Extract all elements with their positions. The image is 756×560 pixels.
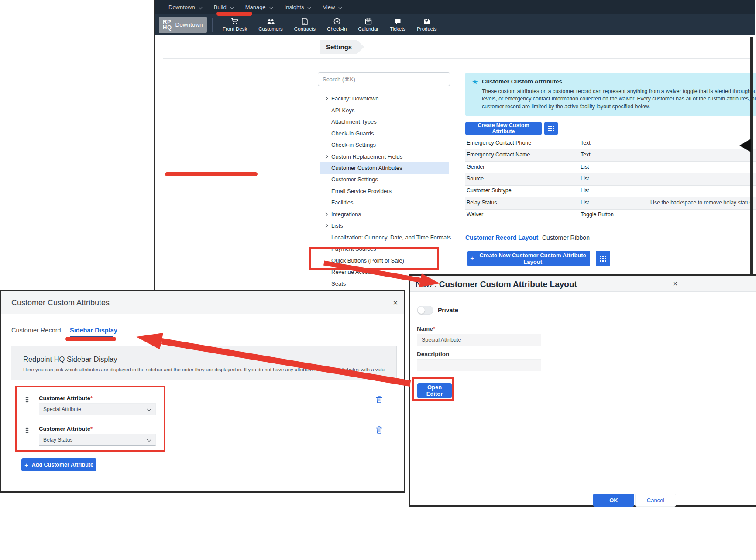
breadcrumb: Settings bbox=[320, 40, 364, 54]
row-divider bbox=[33, 422, 396, 422]
nav-item-calendar[interactable]: Calendar bbox=[352, 14, 384, 35]
ok-button[interactable]: OK bbox=[593, 494, 634, 507]
menu-item-downtown[interactable]: Downtown bbox=[162, 0, 208, 14]
attribute-select[interactable]: Belay Status bbox=[39, 434, 156, 446]
nav-item-customers[interactable]: Customers bbox=[253, 14, 289, 35]
trash-icon[interactable] bbox=[376, 426, 382, 436]
drag-handle-icon[interactable] bbox=[25, 397, 29, 404]
sidebar-item-label: Customer Custom Attributes bbox=[320, 165, 402, 171]
menu-item-manage[interactable]: Manage bbox=[239, 0, 278, 14]
app-window: DowntownBuildManageInsightsView RPHQ Dow… bbox=[154, 0, 755, 290]
trash-icon[interactable] bbox=[376, 396, 382, 405]
table-cell-type: List bbox=[581, 187, 589, 194]
private-toggle[interactable] bbox=[417, 306, 433, 315]
table-cell-name: Emergency Contact Name bbox=[467, 152, 530, 158]
chevron-down-icon bbox=[307, 4, 312, 9]
sidebar-item-check-in-settings[interactable]: Check-in Settings bbox=[320, 139, 449, 151]
table-row[interactable]: GenderList bbox=[465, 161, 756, 174]
menu-item-build[interactable]: Build bbox=[208, 0, 239, 14]
table-row[interactable]: Emergency Contact PhoneText bbox=[465, 137, 756, 150]
cart-icon bbox=[231, 18, 239, 25]
cursor-arrow-icon bbox=[739, 139, 751, 152]
close-icon[interactable]: × bbox=[393, 298, 398, 307]
nav-item-contracts[interactable]: Contracts bbox=[289, 14, 321, 35]
table-cell-type: List bbox=[581, 200, 589, 206]
required-asterisk: * bbox=[90, 425, 93, 432]
tab-sidebar-display[interactable]: Sidebar Display bbox=[70, 327, 117, 334]
sidebar-item-lists[interactable]: Lists bbox=[320, 220, 449, 232]
add-customer-attribute-button[interactable]: + Add Customer Attribute bbox=[21, 458, 96, 471]
create-layout-button[interactable]: + Create New Customer Custom Attribute L… bbox=[467, 251, 590, 266]
nav-item-check-in[interactable]: Check-in bbox=[321, 14, 352, 35]
brand-tile[interactable]: RPHQ Downtown bbox=[159, 17, 207, 33]
table-cell-type: List bbox=[581, 164, 589, 170]
tab-customer-ribbon[interactable]: Customer Ribbon bbox=[542, 234, 590, 241]
sidebar-item-facility-downtown[interactable]: Facility: Downtown bbox=[320, 93, 449, 104]
table-row[interactable]: Emergency Contact NameText bbox=[465, 149, 756, 162]
chat-bubble-icon bbox=[394, 18, 401, 25]
open-editor-button[interactable]: Open Editor bbox=[417, 383, 452, 398]
table-row[interactable]: Belay StatusListUse the backspace to rem… bbox=[465, 197, 756, 210]
create-attribute-button[interactable]: Create New Custom Attribute bbox=[465, 122, 542, 135]
active-tab-underline bbox=[70, 336, 113, 338]
sidebar-item-label: Facility: Downtown bbox=[320, 95, 378, 102]
description-field[interactable] bbox=[417, 359, 541, 371]
info-title: Customer Custom Attributes bbox=[482, 78, 562, 85]
menu-item-view[interactable]: View bbox=[316, 0, 347, 14]
cancel-button[interactable]: Cancel bbox=[635, 494, 676, 507]
table-row[interactable]: Customer SubtypeList bbox=[465, 185, 756, 197]
table-cell-name: Gender bbox=[467, 164, 485, 170]
nav-item-label: Calendar bbox=[358, 26, 378, 31]
menu-item-label: Insights bbox=[285, 4, 304, 10]
name-field[interactable] bbox=[417, 334, 541, 346]
sidebar-item-localization-currency-date-and-time-formats[interactable]: Localization: Currency, Date, and Time F… bbox=[320, 232, 449, 243]
sidebar-item-attachment-types[interactable]: Attachment Types bbox=[320, 116, 449, 128]
screenshot-stage: DowntownBuildManageInsightsView RPHQ Dow… bbox=[0, 0, 756, 560]
sidebar-item-integrations[interactable]: Integrations bbox=[320, 208, 449, 220]
attribute-select[interactable]: Special Attribute bbox=[39, 403, 156, 415]
menu-item-insights[interactable]: Insights bbox=[278, 0, 317, 14]
table-row[interactable]: SourceList bbox=[465, 173, 756, 186]
sidebar-item-customer-settings[interactable]: Customer Settings bbox=[320, 173, 449, 185]
plus-icon: + bbox=[24, 461, 28, 469]
grid-view-button[interactable] bbox=[544, 122, 558, 135]
chevron-down-icon bbox=[198, 4, 203, 9]
nav-item-products[interactable]: Products bbox=[411, 14, 442, 35]
menu-item-label: View bbox=[323, 4, 335, 10]
sidebar-item-customer-custom-attributes[interactable]: Customer Custom Attributes bbox=[320, 162, 449, 174]
search-input[interactable] bbox=[318, 72, 450, 86]
chevron-down-icon bbox=[229, 4, 234, 9]
sidebar-item-label: Revenue Accounts bbox=[320, 269, 378, 275]
sidebar-item-label: Seats bbox=[320, 280, 346, 287]
sidebar-item-facilities[interactable]: Facilities bbox=[320, 197, 449, 208]
document-icon bbox=[302, 18, 308, 25]
tab-customer-record-layout[interactable]: Customer Record Layout bbox=[465, 234, 538, 241]
app-toolbar: RPHQ Downtown Front DeskCustomersContrac… bbox=[155, 14, 755, 35]
table-row[interactable]: WaiverToggle ButtonFacility g bbox=[465, 209, 756, 221]
sidebar-item-email-service-providers[interactable]: Email Service Providers bbox=[320, 185, 449, 197]
nav-item-front-desk[interactable]: Front Desk bbox=[217, 14, 253, 35]
close-icon[interactable]: × bbox=[673, 279, 678, 288]
box-icon bbox=[423, 18, 430, 25]
layout-grid-view-button[interactable] bbox=[596, 251, 610, 266]
sidebar-item-custom-replacement-fields[interactable]: Custom Replacement Fields bbox=[320, 151, 449, 162]
sidebar-item-api-keys[interactable]: API Keys bbox=[320, 104, 449, 116]
sidebar-item-quick-buttons-point-of-sale-[interactable]: Quick Buttons (Point of Sale) bbox=[320, 255, 449, 266]
panel-title: Redpoint HQ Sidebar Display bbox=[23, 355, 117, 363]
drag-handle-icon[interactable] bbox=[25, 427, 29, 435]
toolbar-divider bbox=[212, 18, 213, 32]
table-cell-note: Use the backspace to remove belay status bbox=[650, 200, 752, 206]
menu-item-label: Build bbox=[214, 4, 227, 10]
sidebar-item-label: API Keys bbox=[320, 107, 354, 114]
sidebar-item-label: Email Service Providers bbox=[320, 188, 392, 194]
dialog-title: New : Customer Custom Attribute Layout bbox=[416, 280, 577, 289]
tab-customer-record[interactable]: Customer Record bbox=[11, 327, 61, 334]
sidebar-item-payment-sources[interactable]: Payment Sources bbox=[320, 243, 449, 255]
required-asterisk: * bbox=[90, 395, 93, 401]
sidebar-item-check-in-guards[interactable]: Check-in Guards bbox=[320, 128, 449, 139]
description-label: Description bbox=[417, 351, 449, 357]
table-cell-name: Emergency Contact Phone bbox=[467, 140, 531, 146]
table-cell-name: Belay Status bbox=[467, 200, 497, 206]
attribute-label: Customer Attribute* bbox=[39, 425, 93, 432]
nav-item-tickets[interactable]: Tickets bbox=[384, 14, 411, 35]
